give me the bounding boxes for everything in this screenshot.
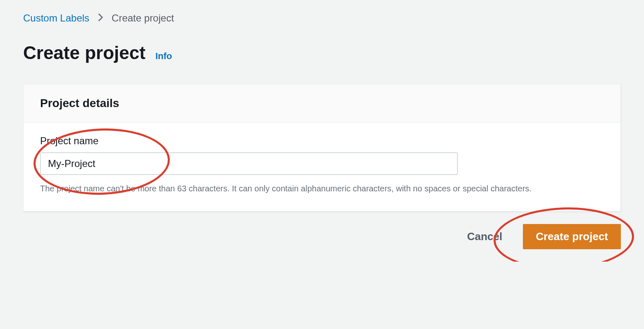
info-link[interactable]: Info xyxy=(155,51,172,62)
breadcrumb-parent-link[interactable]: Custom Labels xyxy=(23,12,89,24)
panel-title: Project details xyxy=(40,97,604,110)
chevron-right-icon xyxy=(98,12,103,24)
page-header: Create project Info xyxy=(23,43,621,63)
breadcrumb-current: Create project xyxy=(112,12,174,24)
page-title: Create project xyxy=(23,43,145,63)
breadcrumb: Custom Labels Create project xyxy=(23,12,621,24)
panel-header: Project details xyxy=(24,84,620,123)
project-name-input[interactable] xyxy=(40,153,458,175)
project-name-help-text: The project name can't be more than 63 c… xyxy=(40,182,586,195)
project-details-panel: Project details Project name The project… xyxy=(23,84,621,212)
project-name-label: Project name xyxy=(40,135,604,147)
panel-body: Project name The project name can't be m… xyxy=(24,123,620,211)
page-container: Custom Labels Create project Create proj… xyxy=(0,0,644,262)
cancel-button[interactable]: Cancel xyxy=(463,224,506,249)
form-actions: Cancel Create project xyxy=(23,224,621,249)
create-project-button[interactable]: Create project xyxy=(523,224,621,249)
